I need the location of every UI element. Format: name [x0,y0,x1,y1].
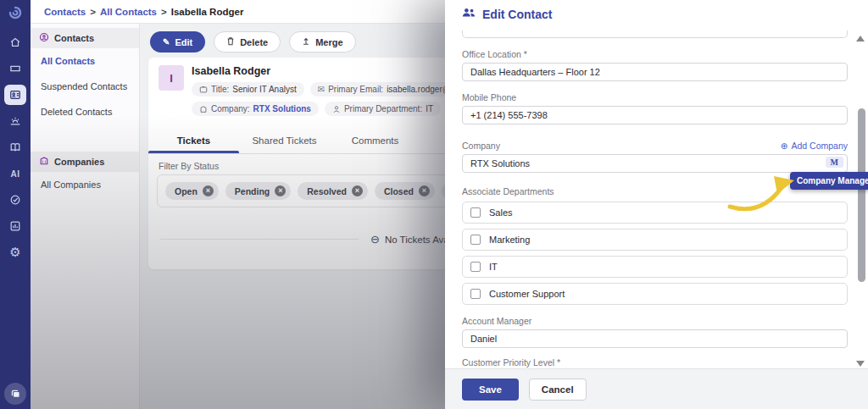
knowledge-base-icon[interactable] [4,137,26,158]
company-manager-tooltip: Company Manager [790,172,868,190]
panel-title: Edit Contact [482,8,552,21]
priority-level-label: Customer Priority Level * [462,357,856,368]
cancel-button[interactable]: Cancel [529,379,587,401]
mobile-phone-input[interactable]: +1 (214) 555-7398 [462,106,848,124]
avatar: I [159,65,184,91]
status-chip-open: Open × [165,182,219,200]
contacts-subnav: Contacts All Contacts Suspended Contacts… [31,24,140,409]
scroll-down-icon[interactable] [856,361,865,367]
app-window: AI ⚙ Contacts > All Contacts > Isabella … [0,0,868,409]
person-icon [332,105,341,113]
merge-icon [302,36,310,47]
checkbox-customer-support[interactable] [470,289,481,299]
department-option-it: IT [462,256,848,278]
add-company-link[interactable]: ⊕ Add Company [781,141,848,151]
scrollbar-thumb[interactable] [858,108,865,282]
no-tickets-icon: ⊖ [370,233,380,246]
contacts-icon[interactable] [4,85,26,105]
remove-chip-icon[interactable]: × [419,185,430,196]
subnav-section-contacts: Contacts [31,28,139,48]
breadcrumb-contacts[interactable]: Contacts [44,7,86,17]
primary-department-chip: Primary Department: IT [325,102,441,116]
save-button[interactable]: Save [462,379,519,401]
account-manager-label: Account Manager [462,316,856,326]
status-chip-resolved: Resolved × [298,182,368,200]
mobile-phone-label: Mobile Phone [462,92,856,102]
remove-chip-icon[interactable]: × [275,185,286,196]
merge-button[interactable]: Merge [289,31,355,53]
chat-widget-icon[interactable] [4,383,26,405]
remove-chip-icon[interactable]: × [352,185,363,196]
title-chip: Title: Senior IT Analyst [192,82,304,97]
account-manager-input[interactable]: Daniel [462,329,848,348]
reports-icon[interactable] [4,216,26,236]
checkbox-it[interactable] [470,262,481,272]
breadcrumb-current: Isabella Rodger [171,7,244,17]
panel-footer: Save Cancel [445,368,868,409]
subnav-item-all-companies[interactable]: All Companies [31,172,139,197]
checkbox-marketing[interactable] [470,235,481,245]
divider [160,239,359,240]
office-location-input[interactable]: Dallas Headquarters – Floor 12 [462,63,848,81]
badge-icon [199,86,208,94]
status-chip-closed: Closed × [375,182,435,200]
subnav-item-suspended-contacts[interactable]: Suspended Contacts [31,74,139,99]
breadcrumb-separator: > [161,7,167,17]
tickets-icon[interactable] [4,58,26,79]
scroll-up-icon[interactable] [856,36,865,41]
department-option-customer-support: Customer Support [462,283,848,305]
ai-icon[interactable]: AI [4,163,26,184]
icon-rail: AI ⚙ [0,0,31,409]
subnav-item-all-contacts[interactable]: All Contacts [31,48,139,74]
breadcrumb-all-contacts[interactable]: All Contacts [100,7,157,17]
department-option-sales: Sales [462,202,848,224]
subnav-section-label: Contacts [54,33,94,43]
building-icon [199,105,208,113]
office-location-label: Office Location * [462,49,856,59]
subnav-section-companies: Companies [31,152,139,172]
tab-shared-tickets[interactable]: Shared Tickets [239,129,330,153]
tab-tickets[interactable]: Tickets [148,129,239,153]
agents-icon[interactable] [4,111,26,131]
pencil-icon: ✎ [163,37,170,47]
clipped-field [462,30,848,38]
subnav-section-label: Companies [54,157,104,167]
trash-icon [226,36,235,47]
edit-contact-form: Office Location * Dallas Headquarters – … [445,29,856,368]
tasks-icon[interactable] [4,190,26,210]
company-label: Company [462,141,500,151]
edit-contact-icon [462,7,476,22]
company-chip: Company: RTX Solutions [192,102,319,116]
company-input[interactable]: RTX Solutions [462,154,848,173]
companies-section-icon [39,156,49,168]
envelope-icon: ✉ [318,85,325,94]
remove-chip-icon[interactable]: × [203,185,214,196]
checkbox-sales[interactable] [470,207,481,218]
settings-gear-icon[interactable]: ⚙ [4,242,26,263]
company-manager-badge[interactable]: M [826,157,843,168]
edit-contact-panel: Edit Contact Office Location * Dallas He… [445,0,868,409]
breadcrumb-separator: > [90,7,96,17]
company-link[interactable]: RTX Solutions [253,104,311,113]
status-chip-pending: Pending × [225,182,291,200]
tab-comments[interactable]: Comments [330,129,420,153]
home-icon[interactable] [4,32,26,53]
edit-button[interactable]: ✎ Edit [150,31,205,53]
delete-button[interactable]: Delete [214,31,281,53]
contacts-section-icon [39,32,49,44]
plus-circle-icon: ⊕ [781,141,788,151]
department-option-marketing: Marketing [462,229,848,251]
subnav-item-deleted-contacts[interactable]: Deleted Contacts [31,99,139,124]
app-logo-icon[interactable] [0,0,31,25]
